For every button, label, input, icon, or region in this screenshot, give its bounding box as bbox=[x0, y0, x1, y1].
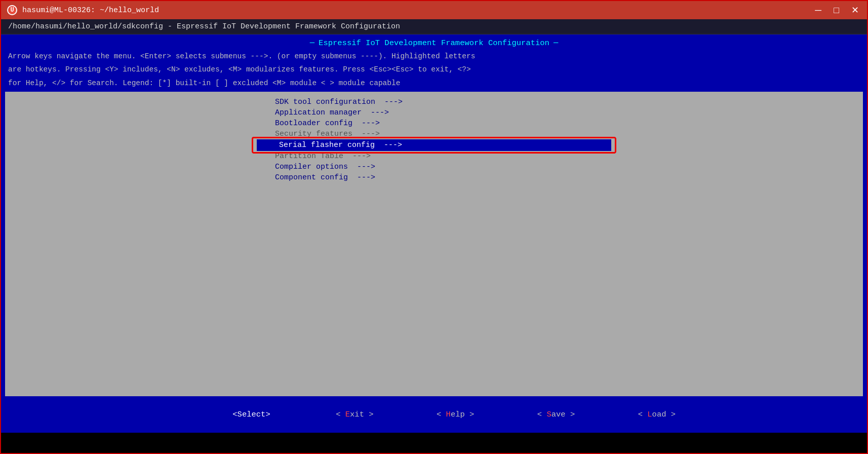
title-dash-right: ─ bbox=[554, 39, 558, 48]
menu-list: SDK tool configuration ---> Application … bbox=[5, 92, 863, 183]
info-area: ─ Espressif IoT Development Framework Co… bbox=[1, 34, 867, 92]
title-bar-text: hasumi@ML-00326: ~/hello_world bbox=[22, 6, 159, 15]
btn-help[interactable]: < Help > bbox=[390, 399, 484, 430]
close-button[interactable]: ✕ bbox=[849, 6, 861, 15]
info-title-text: Espressif IoT Development Framework Conf… bbox=[319, 39, 549, 48]
window: U hasumi@ML-00326: ~/hello_world ─ □ ✕ /… bbox=[0, 0, 868, 454]
btn-exit[interactable]: < Exit > bbox=[289, 399, 383, 430]
info-line3: for Help, </> for Search. Legend: [*] bu… bbox=[6, 77, 862, 90]
title-bar-buttons: ─ □ ✕ bbox=[813, 6, 861, 15]
menu-item[interactable]: Bootloader config ---> bbox=[257, 118, 611, 129]
btn-load[interactable]: < Load > bbox=[591, 399, 685, 430]
menu-item[interactable]: Security features ---> bbox=[257, 129, 611, 139]
menu-area: SDK tool configuration ---> Application … bbox=[5, 92, 863, 396]
title-bar-left: U hasumi@ML-00326: ~/hello_world bbox=[7, 5, 159, 15]
info-line1: Arrow keys navigate the menu. <Enter> se… bbox=[6, 50, 862, 63]
info-title-bar: ─ Espressif IoT Development Framework Co… bbox=[6, 37, 862, 50]
title-bar: U hasumi@ML-00326: ~/hello_world ─ □ ✕ bbox=[1, 1, 867, 19]
title-dash-left: ─ bbox=[310, 39, 314, 48]
button-bar: <Select> < Exit > < Help > < Save > < Lo… bbox=[1, 396, 867, 433]
btn-select[interactable]: <Select> bbox=[183, 399, 282, 430]
btn-save[interactable]: < Save > bbox=[490, 399, 584, 430]
maximize-button[interactable]: □ bbox=[832, 6, 841, 15]
menu-item[interactable]: SDK tool configuration ---> bbox=[257, 97, 611, 107]
menu-item[interactable]: Serial flasher config ---> bbox=[257, 139, 611, 151]
menu-item[interactable]: Compiler options ---> bbox=[257, 162, 611, 172]
minimize-button[interactable]: ─ bbox=[813, 6, 823, 15]
menu-item[interactable]: Component config ---> bbox=[257, 172, 611, 183]
menu-item[interactable]: Application manager ---> bbox=[257, 107, 611, 118]
app-icon: U bbox=[7, 5, 17, 15]
terminal: ─ Espressif IoT Development Framework Co… bbox=[1, 34, 867, 433]
bottom-strip bbox=[1, 433, 867, 453]
path-bar: /home/hasumi/hello_world/sdkconfig - Esp… bbox=[1, 19, 867, 34]
info-line2: are hotkeys. Pressing <Y> includes, <N> … bbox=[6, 63, 862, 76]
menu-item[interactable]: Partition Table ---> bbox=[257, 151, 611, 162]
